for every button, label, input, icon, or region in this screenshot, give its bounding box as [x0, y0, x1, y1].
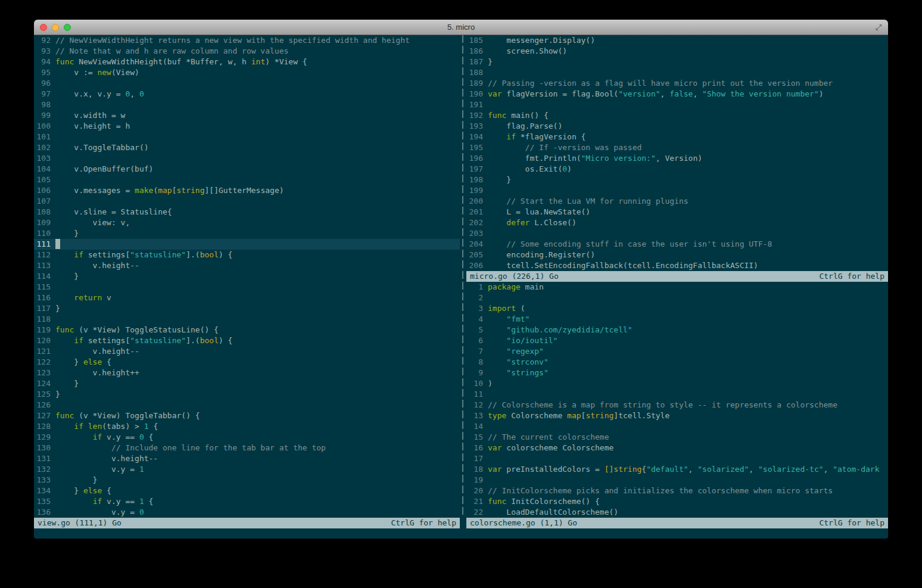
code-line[interactable]: 93// Note that w and h are raw column an…: [34, 46, 460, 57]
code-line[interactable]: 125}: [34, 389, 460, 400]
code-line[interactable]: 112 if settings["statusline"].(bool) {: [34, 250, 460, 260]
code-line[interactable]: 21func InitColorscheme() {: [466, 496, 888, 507]
code-line[interactable]: 19: [466, 475, 888, 486]
code-line[interactable]: 133 }: [34, 475, 460, 486]
code-line[interactable]: 197 os.Exit(0): [466, 164, 888, 175]
code-line[interactable]: 117}: [34, 303, 460, 314]
code-line[interactable]: 195 // If -version was passed: [466, 142, 888, 153]
code-line[interactable]: 94func NewViewWidthHeight(buf *Buffer, w…: [34, 57, 460, 67]
code-line[interactable]: 106 v.messages = make(map[string][]Gutte…: [34, 185, 460, 196]
code-line[interactable]: 187}: [466, 57, 888, 67]
code-line[interactable]: 111: [34, 239, 460, 250]
code-line[interactable]: 123 v.height++: [34, 368, 460, 378]
code-line[interactable]: 121 v.height--: [34, 346, 460, 357]
code-line[interactable]: 4 "fmt": [466, 314, 888, 325]
code-line[interactable]: 192func main() {: [466, 110, 888, 121]
code-line[interactable]: 129 if v.y == 0 {: [34, 432, 460, 443]
code-line[interactable]: 109 view: v,: [34, 217, 460, 228]
code-line[interactable]: 105: [34, 175, 460, 185]
code-line[interactable]: 6 "io/ioutil": [466, 335, 888, 346]
code-line[interactable]: 22 LoadDefaultColorscheme(): [466, 507, 888, 518]
code-line[interactable]: 193 flag.Parse(): [466, 121, 888, 132]
code-line[interactable]: 127func (v *View) ToggleTabbar() {: [34, 410, 460, 421]
code-line[interactable]: 116 return v: [34, 293, 460, 303]
code-line[interactable]: 134 } else {: [34, 486, 460, 496]
code-line[interactable]: 136 v.y = 0: [34, 507, 460, 518]
code-line[interactable]: 1package main: [466, 282, 888, 293]
code-line[interactable]: 188: [466, 67, 888, 78]
code-line[interactable]: 124 }: [34, 378, 460, 389]
code-line[interactable]: 191: [466, 99, 888, 110]
code-line[interactable]: 204 // Some encoding stuff in case the u…: [466, 239, 888, 250]
code-line[interactable]: 9 "strings": [466, 368, 888, 378]
code-line[interactable]: 190var flagVersion = flag.Bool("version"…: [466, 89, 888, 99]
code-line[interactable]: 11: [466, 389, 888, 400]
code-line[interactable]: 120 if settings["statusline"].(bool) {: [34, 335, 460, 346]
code-line[interactable]: 198 }: [466, 175, 888, 185]
code-line[interactable]: 203: [466, 228, 888, 239]
code-line[interactable]: 14: [466, 421, 888, 432]
code-line[interactable]: 110 }: [34, 228, 460, 239]
code-line[interactable]: 104 v.OpenBuffer(buf): [34, 164, 460, 175]
code-line[interactable]: 8 "strconv": [466, 357, 888, 368]
code-line[interactable]: 18var preInstalledColors = []string{"def…: [466, 464, 888, 475]
code-line[interactable]: 20// InitColorscheme picks and initializ…: [466, 486, 888, 496]
code-line[interactable]: 126: [34, 400, 460, 410]
code-line[interactable]: 95 v := new(View): [34, 67, 460, 78]
code-line[interactable]: 185 messenger.Display(): [466, 35, 888, 46]
code-line[interactable]: 13type Colorscheme map[string]tcell.Styl…: [466, 410, 888, 421]
editor-pane-colorscheme-go[interactable]: 1package main23import (4 "fmt"5 "github.…: [466, 282, 888, 518]
code-line[interactable]: 199: [466, 185, 888, 196]
code-line[interactable]: 189// Passing -version as a flag will ha…: [466, 78, 888, 89]
code-line[interactable]: 108 v.sline = Statusline{: [34, 207, 460, 217]
code-line[interactable]: 115: [34, 282, 460, 293]
code-line[interactable]: 15// The current colorscheme: [466, 432, 888, 443]
code-line[interactable]: 119func (v *View) ToggleStatusLine() {: [34, 325, 460, 335]
code-line[interactable]: 200 // Start the Lua VM for running plug…: [466, 196, 888, 207]
code-line[interactable]: 194 if *flagVersion {: [466, 132, 888, 142]
code-line[interactable]: 201 L = lua.NewState(): [466, 207, 888, 217]
fullscreen-icon[interactable]: ⤢: [874, 23, 883, 32]
zoom-button[interactable]: [64, 24, 71, 31]
code-line[interactable]: 101: [34, 132, 460, 142]
code-line[interactable]: 99 v.width = w: [34, 110, 460, 121]
code-line[interactable]: 130 // Include one line for the tab bar …: [34, 443, 460, 453]
code-line[interactable]: 128 if len(tabs) > 1 {: [34, 421, 460, 432]
code-line[interactable]: 16var colorscheme Colorscheme: [466, 443, 888, 453]
close-button[interactable]: [40, 24, 47, 31]
code-line[interactable]: 102 v.ToggleTabbar(): [34, 142, 460, 153]
code-line[interactable]: 96: [34, 78, 460, 89]
code-line[interactable]: 113 v.height--: [34, 260, 460, 271]
titlebar[interactable]: 5. micro ⤢: [34, 20, 888, 35]
code-line[interactable]: 12// Colorscheme is a map from string to…: [466, 400, 888, 410]
code-line[interactable]: 97 v.x, v.y = 0, 0: [34, 89, 460, 99]
split-divider[interactable]: [460, 35, 466, 518]
code-line[interactable]: 186 screen.Show(): [466, 46, 888, 57]
editor-pane-micro-go[interactable]: 185 messenger.Display()186 screen.Show()…: [466, 35, 888, 271]
code-line[interactable]: 122 } else {: [34, 357, 460, 368]
code-line[interactable]: 3import (: [466, 303, 888, 314]
line-number: 9: [466, 368, 483, 378]
code-line[interactable]: 7 "regexp": [466, 346, 888, 357]
code-line[interactable]: 131 v.height--: [34, 453, 460, 464]
code-line[interactable]: 118: [34, 314, 460, 325]
code-line[interactable]: 202 defer L.Close(): [466, 217, 888, 228]
minimize-button[interactable]: [52, 24, 59, 31]
code-line[interactable]: 205 encoding.Register(): [466, 250, 888, 260]
code-line[interactable]: 103: [34, 153, 460, 164]
code-line[interactable]: 135 if v.y == 1 {: [34, 496, 460, 507]
editor-pane-view-go[interactable]: 92// NewViewWidthHeight returns a new vi…: [34, 35, 460, 518]
code-line[interactable]: 107: [34, 196, 460, 207]
code-line[interactable]: 10): [466, 378, 888, 389]
command-line[interactable]: [34, 528, 888, 539]
code-line[interactable]: 114 }: [34, 271, 460, 282]
code-line[interactable]: 196 fmt.Println("Micro version:", Versio…: [466, 153, 888, 164]
code-line[interactable]: 100 v.height = h: [34, 121, 460, 132]
code-line[interactable]: 5 "github.com/zyedidia/tcell": [466, 325, 888, 335]
code-line[interactable]: 206 tcell.SetEncodingFallback(tcell.Enco…: [466, 260, 888, 271]
code-line[interactable]: 132 v.y = 1: [34, 464, 460, 475]
code-line[interactable]: 2: [466, 293, 888, 303]
code-line[interactable]: 98: [34, 99, 460, 110]
code-line[interactable]: 92// NewViewWidthHeight returns a new vi…: [34, 35, 460, 46]
code-line[interactable]: 17: [466, 453, 888, 464]
